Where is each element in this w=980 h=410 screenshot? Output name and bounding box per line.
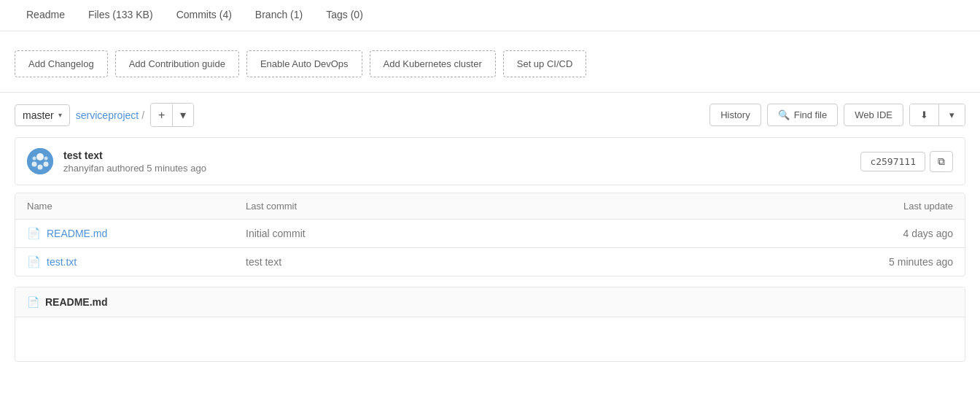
clone-split-button: ⬇ ▾ (909, 104, 965, 126)
file-last-update: 5 minutes ago (822, 256, 953, 268)
file-table-header: Name Last commit Last update (15, 193, 965, 220)
svg-rect-0 (27, 148, 53, 174)
history-button[interactable]: History (709, 104, 761, 126)
search-icon: 🔍 (778, 109, 790, 120)
commit-box: test text zhanyifan authored 5 minutes a… (15, 137, 965, 185)
header-last-update: Last update (822, 201, 953, 212)
readme-header: 📄 README.md (15, 287, 965, 317)
svg-point-6 (44, 157, 48, 160)
header-last-commit: Last commit (246, 201, 822, 212)
commit-authored-text: authored (106, 163, 144, 174)
branch-bar-right: History 🔍 Find file Web IDE ⬇ ▾ (709, 104, 965, 126)
file-last-update: 4 days ago (822, 228, 953, 239)
enable-auto-devops-button[interactable]: Enable Auto DevOps (246, 50, 362, 77)
file-name: README.md (47, 228, 107, 239)
header-name: Name (27, 201, 246, 212)
commit-hash-area: c2597111 ⧉ (860, 151, 953, 172)
chevron-down-icon: ▾ (58, 111, 62, 119)
branch-bar: master ▾ serviceproject / + ▾ History 🔍 … (0, 93, 980, 137)
file-last-commit: test text (246, 256, 822, 268)
branch-name: master (23, 109, 54, 121)
file-icon: 📄 (27, 227, 41, 240)
avatar (27, 148, 53, 174)
commit-author-line: zhanyifan authored 5 minutes ago (63, 163, 850, 174)
quick-actions-bar: Add Changelog Add Contribution guide Ena… (0, 43, 980, 93)
svg-point-1 (36, 153, 44, 160)
tab-branch[interactable]: Branch (1) (244, 0, 314, 31)
path-separator: / (141, 109, 144, 121)
commit-author-name: zhanyifan (63, 163, 104, 174)
path-chevron-button[interactable]: ▾ (173, 104, 193, 126)
copy-hash-button[interactable]: ⧉ (930, 151, 953, 172)
tab-readme[interactable]: Readme (15, 0, 77, 31)
path-action-buttons: + ▾ (150, 103, 194, 127)
find-file-button[interactable]: 🔍 Find file (767, 104, 839, 126)
table-row[interactable]: 📄 test.txt test text 5 minutes ago (15, 248, 965, 276)
svg-point-5 (33, 157, 36, 160)
table-row[interactable]: 📄 README.md Initial commit 4 days ago (15, 220, 965, 248)
readme-file-icon: 📄 (27, 296, 39, 308)
clone-dropdown-button[interactable]: ▾ (939, 104, 965, 125)
branch-selector[interactable]: master ▾ (15, 104, 70, 126)
file-name-cell: 📄 README.md (27, 227, 246, 240)
add-kubernetes-cluster-button[interactable]: Add Kubernetes cluster (370, 50, 496, 77)
path-project[interactable]: serviceproject (76, 109, 139, 121)
readme-filename: README.md (45, 296, 108, 308)
commit-message[interactable]: test text (63, 150, 850, 161)
file-last-commit: Initial commit (246, 228, 822, 239)
add-contribution-guide-button[interactable]: Add Contribution guide (115, 50, 239, 77)
svg-point-2 (32, 162, 37, 167)
commit-time: 5 minutes ago (147, 163, 206, 174)
commit-info: test text zhanyifan authored 5 minutes a… (63, 150, 850, 174)
add-changelog-button[interactable]: Add Changelog (15, 50, 108, 77)
tab-tags[interactable]: Tags (0) (314, 0, 375, 31)
readme-content (15, 317, 965, 361)
tab-files[interactable]: Files (133 KB) (77, 0, 165, 31)
file-name: test.txt (47, 256, 77, 268)
path-navigation: serviceproject / (76, 109, 144, 121)
svg-point-3 (44, 162, 49, 167)
file-icon: 📄 (27, 255, 41, 268)
svg-point-4 (38, 165, 43, 170)
add-file-button[interactable]: + (151, 104, 173, 126)
file-name-cell: 📄 test.txt (27, 255, 246, 268)
web-ide-button[interactable]: Web IDE (844, 104, 903, 126)
commit-hash: c2597111 (860, 152, 925, 171)
tab-commits[interactable]: Commits (4) (165, 0, 244, 31)
setup-cicd-button[interactable]: Set up CI/CD (503, 50, 587, 77)
readme-section: 📄 README.md (15, 287, 965, 362)
clone-button[interactable]: ⬇ (910, 104, 938, 125)
file-table: Name Last commit Last update 📄 README.md… (15, 193, 965, 276)
top-tabs: Readme Files (133 KB) Commits (4) Branch… (0, 0, 980, 31)
